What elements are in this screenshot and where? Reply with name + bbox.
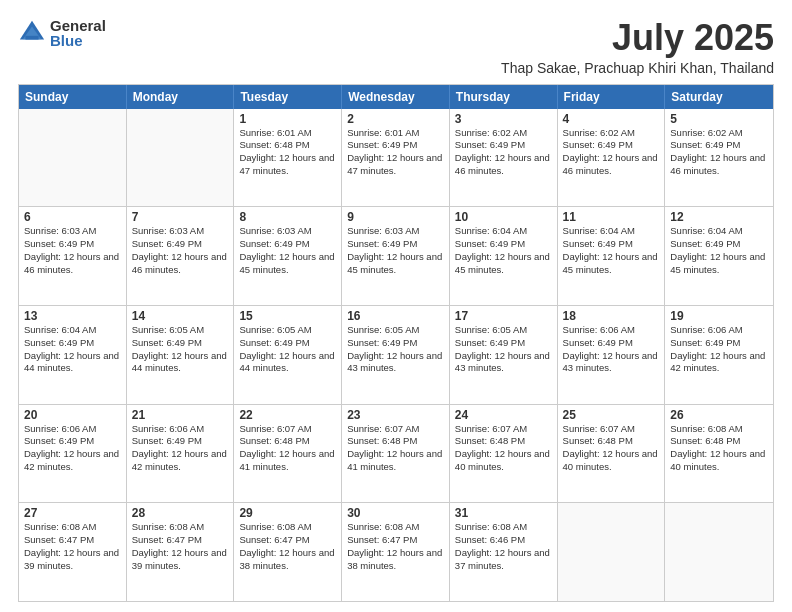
- cell-detail: Sunrise: 6:06 AM Sunset: 6:49 PM Dayligh…: [24, 423, 121, 474]
- cal-cell-w5-d6: [665, 503, 773, 601]
- day-number: 12: [670, 210, 768, 224]
- cal-cell-w1-d0: [19, 109, 127, 207]
- header-saturday: Saturday: [665, 85, 773, 109]
- cell-detail: Sunrise: 6:03 AM Sunset: 6:49 PM Dayligh…: [132, 225, 229, 276]
- cell-detail: Sunrise: 6:01 AM Sunset: 6:49 PM Dayligh…: [347, 127, 444, 178]
- header-sunday: Sunday: [19, 85, 127, 109]
- day-number: 19: [670, 309, 768, 323]
- cal-cell-w2-d0: 6Sunrise: 6:03 AM Sunset: 6:49 PM Daylig…: [19, 207, 127, 305]
- day-number: 3: [455, 112, 552, 126]
- day-number: 29: [239, 506, 336, 520]
- cal-week-5: 27Sunrise: 6:08 AM Sunset: 6:47 PM Dayli…: [19, 503, 773, 601]
- day-number: 27: [24, 506, 121, 520]
- cal-cell-w3-d0: 13Sunrise: 6:04 AM Sunset: 6:49 PM Dayli…: [19, 306, 127, 404]
- day-number: 8: [239, 210, 336, 224]
- cal-cell-w2-d5: 11Sunrise: 6:04 AM Sunset: 6:49 PM Dayli…: [558, 207, 666, 305]
- day-number: 10: [455, 210, 552, 224]
- cal-cell-w3-d3: 16Sunrise: 6:05 AM Sunset: 6:49 PM Dayli…: [342, 306, 450, 404]
- day-number: 31: [455, 506, 552, 520]
- header-tuesday: Tuesday: [234, 85, 342, 109]
- cal-cell-w3-d4: 17Sunrise: 6:05 AM Sunset: 6:49 PM Dayli…: [450, 306, 558, 404]
- day-number: 30: [347, 506, 444, 520]
- cell-detail: Sunrise: 6:03 AM Sunset: 6:49 PM Dayligh…: [24, 225, 121, 276]
- day-number: 28: [132, 506, 229, 520]
- day-number: 21: [132, 408, 229, 422]
- cell-detail: Sunrise: 6:06 AM Sunset: 6:49 PM Dayligh…: [563, 324, 660, 375]
- header-thursday: Thursday: [450, 85, 558, 109]
- cal-cell-w4-d3: 23Sunrise: 6:07 AM Sunset: 6:48 PM Dayli…: [342, 405, 450, 503]
- day-number: 15: [239, 309, 336, 323]
- page: General Blue July 2025 Thap Sakae, Prach…: [0, 0, 792, 612]
- cal-cell-w5-d4: 31Sunrise: 6:08 AM Sunset: 6:46 PM Dayli…: [450, 503, 558, 601]
- month-title: July 2025: [501, 18, 774, 58]
- cell-detail: Sunrise: 6:01 AM Sunset: 6:48 PM Dayligh…: [239, 127, 336, 178]
- svg-rect-2: [25, 36, 38, 40]
- calendar: Sunday Monday Tuesday Wednesday Thursday…: [18, 84, 774, 602]
- cal-cell-w4-d5: 25Sunrise: 6:07 AM Sunset: 6:48 PM Dayli…: [558, 405, 666, 503]
- day-number: 1: [239, 112, 336, 126]
- cell-detail: Sunrise: 6:08 AM Sunset: 6:47 PM Dayligh…: [239, 521, 336, 572]
- day-number: 22: [239, 408, 336, 422]
- cell-detail: Sunrise: 6:06 AM Sunset: 6:49 PM Dayligh…: [670, 324, 768, 375]
- cell-detail: Sunrise: 6:02 AM Sunset: 6:49 PM Dayligh…: [670, 127, 768, 178]
- cal-cell-w5-d2: 29Sunrise: 6:08 AM Sunset: 6:47 PM Dayli…: [234, 503, 342, 601]
- logo-general-text: General: [50, 18, 106, 33]
- day-number: 11: [563, 210, 660, 224]
- calendar-header: Sunday Monday Tuesday Wednesday Thursday…: [19, 85, 773, 109]
- cal-week-1: 1Sunrise: 6:01 AM Sunset: 6:48 PM Daylig…: [19, 109, 773, 208]
- cell-detail: Sunrise: 6:07 AM Sunset: 6:48 PM Dayligh…: [563, 423, 660, 474]
- cal-cell-w3-d1: 14Sunrise: 6:05 AM Sunset: 6:49 PM Dayli…: [127, 306, 235, 404]
- cal-cell-w4-d6: 26Sunrise: 6:08 AM Sunset: 6:48 PM Dayli…: [665, 405, 773, 503]
- cell-detail: Sunrise: 6:04 AM Sunset: 6:49 PM Dayligh…: [455, 225, 552, 276]
- cell-detail: Sunrise: 6:02 AM Sunset: 6:49 PM Dayligh…: [455, 127, 552, 178]
- logo-icon: [18, 19, 46, 47]
- cell-detail: Sunrise: 6:07 AM Sunset: 6:48 PM Dayligh…: [239, 423, 336, 474]
- cell-detail: Sunrise: 6:02 AM Sunset: 6:49 PM Dayligh…: [563, 127, 660, 178]
- cal-week-4: 20Sunrise: 6:06 AM Sunset: 6:49 PM Dayli…: [19, 405, 773, 504]
- calendar-body: 1Sunrise: 6:01 AM Sunset: 6:48 PM Daylig…: [19, 109, 773, 601]
- cal-cell-w1-d4: 3Sunrise: 6:02 AM Sunset: 6:49 PM Daylig…: [450, 109, 558, 207]
- day-number: 14: [132, 309, 229, 323]
- cal-cell-w4-d1: 21Sunrise: 6:06 AM Sunset: 6:49 PM Dayli…: [127, 405, 235, 503]
- cell-detail: Sunrise: 6:04 AM Sunset: 6:49 PM Dayligh…: [24, 324, 121, 375]
- logo: General Blue: [18, 18, 106, 48]
- day-number: 7: [132, 210, 229, 224]
- logo-blue-text: Blue: [50, 33, 106, 48]
- cal-cell-w3-d2: 15Sunrise: 6:05 AM Sunset: 6:49 PM Dayli…: [234, 306, 342, 404]
- cell-detail: Sunrise: 6:04 AM Sunset: 6:49 PM Dayligh…: [563, 225, 660, 276]
- cal-cell-w5-d5: [558, 503, 666, 601]
- cal-cell-w2-d6: 12Sunrise: 6:04 AM Sunset: 6:49 PM Dayli…: [665, 207, 773, 305]
- cal-week-2: 6Sunrise: 6:03 AM Sunset: 6:49 PM Daylig…: [19, 207, 773, 306]
- cell-detail: Sunrise: 6:07 AM Sunset: 6:48 PM Dayligh…: [455, 423, 552, 474]
- header-wednesday: Wednesday: [342, 85, 450, 109]
- cell-detail: Sunrise: 6:08 AM Sunset: 6:47 PM Dayligh…: [132, 521, 229, 572]
- cal-cell-w4-d2: 22Sunrise: 6:07 AM Sunset: 6:48 PM Dayli…: [234, 405, 342, 503]
- day-number: 9: [347, 210, 444, 224]
- cal-cell-w2-d4: 10Sunrise: 6:04 AM Sunset: 6:49 PM Dayli…: [450, 207, 558, 305]
- cal-cell-w4-d4: 24Sunrise: 6:07 AM Sunset: 6:48 PM Dayli…: [450, 405, 558, 503]
- cell-detail: Sunrise: 6:04 AM Sunset: 6:49 PM Dayligh…: [670, 225, 768, 276]
- cell-detail: Sunrise: 6:08 AM Sunset: 6:48 PM Dayligh…: [670, 423, 768, 474]
- cell-detail: Sunrise: 6:07 AM Sunset: 6:48 PM Dayligh…: [347, 423, 444, 474]
- cell-detail: Sunrise: 6:08 AM Sunset: 6:46 PM Dayligh…: [455, 521, 552, 572]
- cal-cell-w5-d1: 28Sunrise: 6:08 AM Sunset: 6:47 PM Dayli…: [127, 503, 235, 601]
- cell-detail: Sunrise: 6:05 AM Sunset: 6:49 PM Dayligh…: [347, 324, 444, 375]
- location-title: Thap Sakae, Prachuap Khiri Khan, Thailan…: [501, 60, 774, 76]
- day-number: 6: [24, 210, 121, 224]
- cal-cell-w5-d3: 30Sunrise: 6:08 AM Sunset: 6:47 PM Dayli…: [342, 503, 450, 601]
- day-number: 24: [455, 408, 552, 422]
- day-number: 25: [563, 408, 660, 422]
- cell-detail: Sunrise: 6:05 AM Sunset: 6:49 PM Dayligh…: [239, 324, 336, 375]
- cal-cell-w1-d2: 1Sunrise: 6:01 AM Sunset: 6:48 PM Daylig…: [234, 109, 342, 207]
- day-number: 13: [24, 309, 121, 323]
- cal-week-3: 13Sunrise: 6:04 AM Sunset: 6:49 PM Dayli…: [19, 306, 773, 405]
- day-number: 4: [563, 112, 660, 126]
- cal-cell-w3-d5: 18Sunrise: 6:06 AM Sunset: 6:49 PM Dayli…: [558, 306, 666, 404]
- cell-detail: Sunrise: 6:08 AM Sunset: 6:47 PM Dayligh…: [347, 521, 444, 572]
- header: General Blue July 2025 Thap Sakae, Prach…: [18, 18, 774, 76]
- cal-cell-w1-d3: 2Sunrise: 6:01 AM Sunset: 6:49 PM Daylig…: [342, 109, 450, 207]
- cell-detail: Sunrise: 6:03 AM Sunset: 6:49 PM Dayligh…: [239, 225, 336, 276]
- day-number: 23: [347, 408, 444, 422]
- header-friday: Friday: [558, 85, 666, 109]
- logo-text: General Blue: [50, 18, 106, 48]
